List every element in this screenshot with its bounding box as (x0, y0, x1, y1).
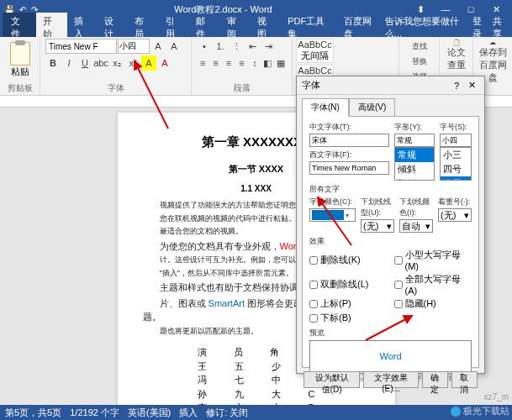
style-label: 字形(Y): (394, 122, 435, 133)
highlight-button[interactable]: A (141, 55, 156, 71)
size-label: 字号(S): (440, 122, 472, 133)
en-font-input[interactable] (309, 161, 389, 175)
size-list[interactable]: 小三 四号 小四 (440, 147, 472, 181)
underline-color-dropdown[interactable]: 自动▾ (399, 219, 433, 233)
paragraph-group: • 1. ⋮ ⇤ ⇥ ≡ ≡ ≡ ≡ ↕ ◧ ▦ 段落 (192, 37, 293, 95)
replace-button[interactable]: 替换 (404, 54, 434, 69)
dialog-help-icon[interactable]: ? (449, 81, 464, 91)
size-input[interactable] (440, 134, 472, 147)
emphasis-dropdown[interactable]: (无)▾ (438, 208, 472, 222)
underline-dropdown[interactable]: (无)▾ (361, 219, 394, 233)
word-count[interactable]: 1/2192 个字 (70, 407, 119, 419)
watermark: xz7_m (484, 392, 509, 402)
dialog-titlebar: 字体 ? ✕ (297, 76, 484, 95)
cn-font-label: 中文字体(T): (309, 122, 389, 133)
plagiarism-button[interactable]: 📋论文查重 (445, 39, 467, 71)
bullets-button[interactable]: • (197, 39, 212, 54)
ok-button[interactable]: 确定 (422, 371, 448, 388)
color-swatch (312, 210, 344, 220)
shrink-font-icon[interactable]: A (166, 39, 182, 54)
allcaps-checkbox[interactable]: 全部大写字母(A) (394, 273, 472, 296)
preview-section: 预览 (309, 328, 472, 339)
multilevel-button[interactable]: ⋮ (229, 39, 244, 54)
status-bar: 第5页，共5页 1/2192 个字 英语(美国) 插入 修订: 关闭 (0, 405, 512, 420)
grow-font-icon[interactable]: A (150, 39, 166, 54)
ribbon-tabs: 文件 开始 插入 设计 布局 引用 邮件 审阅 视图 PDF工具集 百度网盘 告… (0, 18, 512, 37)
effects-section: 效果 (309, 236, 472, 247)
numbering-button[interactable]: 1. (213, 39, 228, 54)
strikethrough-checkbox[interactable]: 删除线(K) (309, 249, 388, 271)
subscript-button[interactable]: x₂ (109, 55, 124, 71)
font-size-input[interactable] (118, 39, 150, 54)
borders-button[interactable]: ▦ (275, 55, 287, 71)
source-watermark: 极光下载站 (451, 405, 509, 417)
paste-label: 粘贴 (11, 66, 29, 78)
paragraph-label: 段落 (192, 82, 292, 94)
align-right-button[interactable]: ≡ (223, 55, 235, 71)
dialog-title: 字体 (302, 79, 449, 92)
line-spacing-button[interactable]: ↕ (249, 55, 261, 71)
advanced-tab[interactable]: 高级(V) (349, 98, 395, 117)
bold-button[interactable]: B (45, 55, 61, 71)
clipboard-label: 剪贴板 (0, 82, 40, 94)
underline-color-label: 下划线颜色(I): (399, 197, 433, 218)
insert-mode[interactable]: 插入 (179, 407, 198, 419)
align-left-button[interactable]: ≡ (197, 55, 208, 71)
font-color-dropdown[interactable]: ▾ (309, 208, 356, 222)
underline-label: 下划线线型(U): (361, 197, 394, 218)
en-font-label: 西文字体(F): (309, 150, 389, 160)
dialog-close-icon[interactable]: ✕ (464, 80, 479, 91)
language-status[interactable]: 英语(美国) (128, 407, 171, 419)
clipboard-group: 粘贴 剪贴板 (0, 37, 40, 95)
font-color-button[interactable]: A (157, 55, 172, 71)
font-group: A A B I U abc x₂ x² A A 字体 (40, 37, 192, 95)
paste-button[interactable]: 粘贴 (5, 39, 35, 81)
find-button[interactable]: 查找 (404, 39, 434, 54)
paste-icon (10, 42, 30, 66)
increase-indent-button[interactable]: ⇥ (261, 39, 276, 54)
page-status[interactable]: 第5页，共5页 (5, 407, 61, 419)
font-dialog: 字体 ? ✕ 字体(N) 高级(V) 中文字体(T): 西文字体(F): 字形(… (296, 76, 485, 374)
color-label: 字体颜色(C): (309, 197, 356, 207)
decrease-indent-button[interactable]: ⇤ (245, 39, 260, 54)
dialog-body: 中文字体(T): 西文字体(F): 字形(Y): 常规 倾斜 加粗 字号(S):… (302, 116, 479, 368)
align-center-button[interactable]: ≡ (209, 55, 221, 71)
cn-font-input[interactable] (309, 134, 389, 147)
style-nospacing[interactable]: AaBbCc无间隔 (296, 39, 334, 63)
subscript-checkbox[interactable]: 下标(B) (309, 312, 388, 324)
superscript-button[interactable]: x² (125, 55, 140, 71)
all-text-section: 所有文字 (309, 184, 472, 195)
justify-button[interactable]: ≡ (235, 55, 247, 71)
double-strike-checkbox[interactable]: 双删除线(L) (309, 273, 388, 296)
set-default-button[interactable]: 设为默认值(D) (304, 371, 360, 388)
dialog-tabs: 字体(N) 高级(V) (297, 95, 484, 117)
italic-button[interactable]: I (61, 55, 77, 71)
font-name-input[interactable] (45, 39, 117, 54)
strike-button[interactable]: abc (93, 55, 108, 71)
style-input[interactable] (394, 134, 435, 147)
shading-button[interactable]: ◧ (261, 55, 273, 71)
emphasis-label: 着重号(·): (438, 197, 472, 207)
underline-button[interactable]: U (77, 55, 92, 71)
cancel-button[interactable]: 取消 (451, 371, 478, 388)
track-changes-status[interactable]: 修订: 关闭 (206, 407, 248, 419)
superscript-checkbox[interactable]: 上标(P) (309, 297, 388, 310)
font-tab[interactable]: 字体(N) (302, 98, 349, 117)
text-effects-button[interactable]: 文字效果(E)... (363, 371, 419, 388)
font-group-label: 字体 (40, 82, 191, 94)
style-list[interactable]: 常规 倾斜 加粗 (394, 147, 435, 181)
smallcaps-checkbox[interactable]: 小型大写字母(M) (394, 249, 472, 271)
dialog-buttons: 设为默认值(D) 文字效果(E)... 确定 取消 (297, 368, 484, 391)
hidden-checkbox[interactable]: 隐藏(H) (394, 297, 472, 310)
